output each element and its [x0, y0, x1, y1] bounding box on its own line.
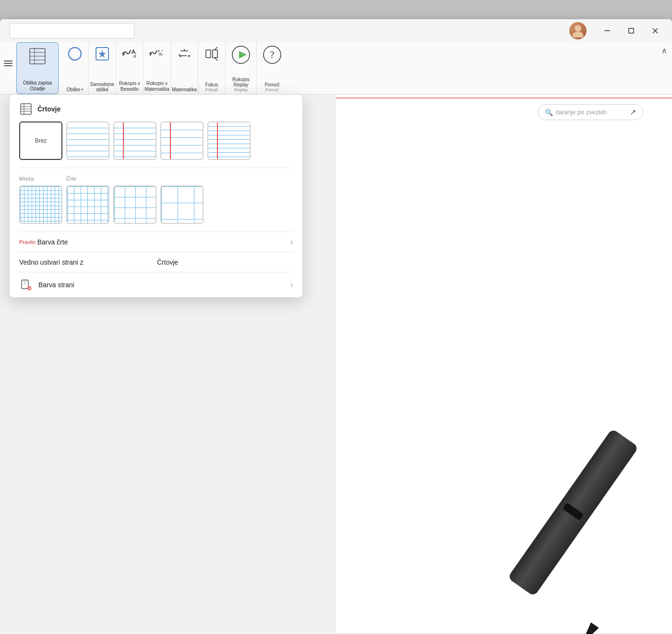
page-canvas: 🔍 Iskanje po zvezkih ↗ — [336, 95, 672, 633]
vedno-ustvari-label: Vedno ustvari strani z — [19, 258, 155, 266]
fokus-button[interactable]: Fokus Prikaži — [198, 42, 226, 94]
lines-section-icon — [19, 102, 33, 116]
svg-marker-26 — [239, 51, 247, 59]
title-input-area — [10, 23, 134, 38]
grid-sublabel-crte: Črte — [66, 176, 76, 182]
rokopis-besedilo-icon: a — [121, 45, 138, 62]
vedno-ustvari-value: Črtovje — [157, 258, 293, 266]
matematika-button[interactable]: Matematika — [171, 42, 198, 94]
avatar — [569, 22, 587, 39]
oblike-label-area: Oblike ▾ — [67, 87, 83, 92]
lines-section-header: Črtovje — [19, 102, 293, 116]
oblike-dropdown-icon: ▾ — [81, 87, 83, 92]
grid-sublabel-mreja: Mreža — [19, 176, 62, 182]
svg-rect-24 — [206, 50, 211, 58]
matematika-icon — [176, 45, 193, 62]
lines-option-2[interactable] — [113, 122, 156, 160]
grid-option-4[interactable] — [160, 185, 204, 224]
maximize-button[interactable] — [620, 23, 642, 38]
brez-label: Brez — [35, 137, 47, 144]
app-window: Oblika zapisa Ozadje Oblike ▾ — [0, 19, 672, 634]
search-icon: 🔍 — [545, 109, 553, 116]
search-expand-icon[interactable]: ↗ — [630, 108, 636, 117]
svg-rect-29 — [507, 428, 639, 597]
close-button[interactable] — [644, 23, 666, 38]
barva-strani-icon — [19, 278, 33, 292]
svg-text:÷: ÷ — [161, 52, 163, 57]
pomoc-label: Pomoč — [264, 82, 279, 87]
grid-section: Mreža Črte — [10, 168, 302, 232]
svg-marker-30 — [577, 622, 599, 634]
svg-point-9 — [69, 48, 81, 60]
pen-illustration — [470, 412, 672, 634]
barva-strani-chevron: › — [290, 280, 293, 289]
barva-crte-label: Barva črte — [37, 238, 290, 246]
oblike-button[interactable]: Oblike ▾ — [61, 42, 89, 94]
oblika-zapisa-icon — [27, 46, 48, 67]
vedno-ustvari-item: Vedno ustvari strani z Črtovje — [10, 253, 302, 272]
oblike-label: Oblike — [67, 87, 80, 92]
pomoc-label-area: Pomoč Pomoč — [264, 82, 279, 92]
oblika-zapisa-label: Oblika zapisa Ozadje — [17, 80, 58, 92]
dropdown-panel: Črtovje Brez — [10, 95, 302, 297]
title-input[interactable] — [10, 23, 134, 38]
barva-crte-sublabel: Pravilo — [19, 239, 36, 245]
pomoc-group-label: Pomoč — [264, 87, 279, 92]
barva-crte-chevron: › — [290, 238, 293, 246]
ribbon-collapse-button[interactable]: ∧ — [661, 46, 667, 55]
grid-option-1[interactable] — [19, 185, 62, 224]
svg-rect-31 — [562, 502, 584, 521]
lines-option-4[interactable] — [207, 122, 251, 160]
barva-strani-label: Barva strani — [38, 281, 290, 289]
search-placeholder: Iskanje po zvezkih — [556, 109, 607, 116]
pink-line — [336, 98, 672, 98]
lines-option-1[interactable] — [66, 122, 109, 160]
lines-option-brez[interactable]: Brez — [19, 122, 62, 160]
grid-sublabels: Mreža Črte — [19, 176, 293, 182]
grid-option-3[interactable] — [113, 185, 156, 224]
barva-strani-item[interactable]: Barva strani › — [10, 272, 302, 297]
grid-option-2[interactable] — [66, 185, 109, 224]
fokus-label-area: Fokus Prikaži — [205, 82, 218, 92]
fokus-icon — [203, 45, 220, 62]
rokopis-matematika-label: Rokopis vMatematika — [138, 81, 176, 92]
content-area: 🔍 Iskanje po zvezkih ↗ — [0, 95, 672, 633]
rokopis-replay-label: Rokopis Replay — [226, 77, 256, 87]
sidebar-toggle — [4, 42, 16, 94]
svg-rect-1 — [629, 28, 634, 33]
lines-options: Brez — [19, 122, 293, 160]
lines-option-3[interactable] — [160, 122, 204, 160]
title-bar — [0, 19, 672, 42]
svg-text:a: a — [133, 52, 136, 59]
svg-text:?: ? — [270, 49, 275, 60]
rokopis-matematika-icon: π × ÷ — [148, 45, 166, 62]
svg-rect-0 — [604, 30, 610, 31]
pomoc-button[interactable]: ? Pomoč Pomoč — [257, 42, 288, 94]
samodejne-icon — [94, 45, 111, 62]
minimize-button[interactable] — [596, 23, 618, 38]
replay-icon — [231, 45, 251, 64]
fokus-label: Fokus — [205, 82, 218, 87]
replay-group-label: Replay — [226, 87, 256, 92]
replay-label-area: Rokopis Replay Replay — [226, 77, 256, 92]
ribbon: Oblika zapisa Ozadje Oblike ▾ — [0, 42, 672, 95]
replay-button[interactable]: Rokopis Replay Replay — [226, 42, 257, 94]
matematika-label: Matematika — [172, 87, 197, 92]
oblike-icon — [66, 45, 84, 62]
lines-section: Črtovje Brez — [10, 95, 302, 168]
window-controls — [569, 22, 666, 39]
search-box[interactable]: 🔍 Iskanje po zvezkih ↗ — [538, 104, 643, 120]
rokopis-matematika-button[interactable]: π × ÷ Rokopis vMatematika — [144, 42, 171, 94]
oblika-zapisa-button[interactable]: Oblika zapisa Ozadje — [16, 42, 59, 94]
pomoc-icon: ? — [263, 45, 282, 64]
prikazi-label: Prikaži — [205, 87, 218, 92]
grid-options — [19, 185, 293, 224]
lines-section-title: Črtovje — [37, 105, 60, 113]
barva-crte-item[interactable]: Pravilo Barva črte › — [10, 232, 302, 252]
